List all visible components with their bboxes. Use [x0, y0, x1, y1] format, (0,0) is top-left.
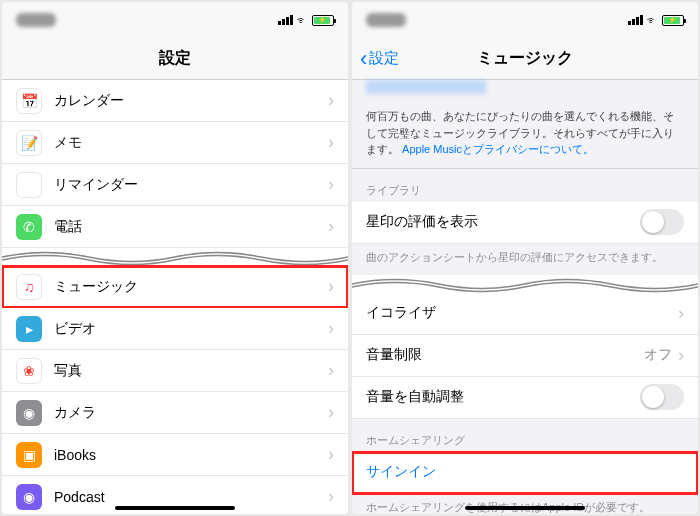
torn-edge: [352, 275, 698, 293]
signal-icon: [278, 15, 293, 25]
app-icon: ▣: [16, 442, 42, 468]
row-label: イコライザ: [366, 304, 678, 322]
app-icon: ≣: [16, 172, 42, 198]
row-label: 星印の評価を表示: [366, 213, 640, 231]
section-header-homeshare: ホームシェアリング: [352, 419, 698, 452]
equalizer-row[interactable]: イコライザ ›: [352, 293, 698, 335]
signin-row[interactable]: サインイン: [352, 452, 698, 494]
section-header-library: ライブラリ: [352, 169, 698, 202]
header: ‹ 設定 ミュージック: [352, 38, 698, 80]
app-icon: ❀: [16, 358, 42, 384]
status-bar: ᯤ ⚡: [2, 2, 348, 38]
row-label: 音量を自動調整: [366, 388, 640, 406]
footer-text: 曲のアクションシートから星印の評価にアクセスできます。: [352, 244, 698, 275]
chevron-left-icon: ‹: [360, 46, 367, 72]
app-icon: 📅: [16, 88, 42, 114]
app-icon: ✆: [16, 214, 42, 240]
privacy-link[interactable]: Apple Musicとプライバシーについて。: [402, 143, 594, 155]
settings-row[interactable]: ≣ リマインダー ›: [2, 164, 348, 206]
wifi-icon: ᯤ: [646, 13, 659, 28]
chevron-right-icon: ›: [328, 132, 334, 153]
row-label: iBooks: [54, 447, 328, 463]
settings-row[interactable]: ♫ ミュージック ›: [2, 266, 348, 308]
volume-limit-row[interactable]: 音量制限 オフ ›: [352, 335, 698, 377]
row-label: ミュージック: [54, 278, 328, 296]
chevron-right-icon: ›: [328, 402, 334, 423]
row-label: 電話: [54, 218, 328, 236]
settings-row[interactable]: ❀ 写真 ›: [2, 350, 348, 392]
row-label: 写真: [54, 362, 328, 380]
toggle-switch[interactable]: [640, 209, 684, 235]
toggle-switch[interactable]: [640, 384, 684, 410]
battery-icon: ⚡: [662, 15, 684, 26]
wifi-icon: ᯤ: [296, 13, 309, 28]
music-settings-screen: ᯤ ⚡ ‹ 設定 ミュージック 何百万もの曲、あなたにぴったりの曲を選んでくれる…: [352, 2, 698, 514]
torn-edge: [2, 248, 348, 266]
row-label: カレンダー: [54, 92, 328, 110]
settings-row[interactable]: ✆ 電話 ›: [2, 206, 348, 248]
row-label: 音量制限: [366, 346, 644, 364]
page-title: 設定: [159, 48, 191, 69]
app-icon: ♫: [16, 274, 42, 300]
chevron-right-icon: ›: [328, 444, 334, 465]
app-icon: ◉: [16, 400, 42, 426]
page-title: ミュージック: [477, 48, 573, 69]
volume-auto-row[interactable]: 音量を自動調整: [352, 377, 698, 419]
back-button[interactable]: ‹ 設定: [360, 46, 399, 72]
chevron-right-icon: ›: [328, 486, 334, 507]
chevron-right-icon: ›: [328, 90, 334, 111]
settings-row[interactable]: ▸ ビデオ ›: [2, 308, 348, 350]
back-label: 設定: [369, 49, 399, 68]
app-icon: 📝: [16, 130, 42, 156]
row-label: カメラ: [54, 404, 328, 422]
star-rating-row[interactable]: 星印の評価を表示: [352, 202, 698, 244]
row-label: Podcast: [54, 489, 328, 505]
blurred-link: [366, 80, 486, 94]
battery-icon: ⚡: [312, 15, 334, 26]
row-label: ビデオ: [54, 320, 328, 338]
app-icon: ▸: [16, 316, 42, 342]
row-label: リマインダー: [54, 176, 328, 194]
chevron-right-icon: ›: [328, 216, 334, 237]
settings-row[interactable]: ▣ iBooks ›: [2, 434, 348, 476]
status-right: ᯤ ⚡: [278, 13, 334, 28]
row-value: オフ: [644, 346, 672, 364]
chevron-right-icon: ›: [328, 318, 334, 339]
signal-icon: [628, 15, 643, 25]
status-right: ᯤ ⚡: [628, 13, 684, 28]
settings-screen: ᯤ ⚡ 設定 📅 カレンダー › 📝 メモ › ≣ リマインダー › ✆ 電話 …: [2, 2, 348, 514]
status-bar: ᯤ ⚡: [352, 2, 698, 38]
signin-label: サインイン: [366, 463, 684, 481]
chevron-right-icon: ›: [678, 345, 684, 366]
chevron-right-icon: ›: [328, 276, 334, 297]
info-text: 何百万もの曲、あなたにぴったりの曲を選んでくれる機能、そして完璧なミュージックラ…: [352, 98, 698, 169]
time-blur: [16, 13, 56, 27]
time-blur: [366, 13, 406, 27]
chevron-right-icon: ›: [328, 360, 334, 381]
settings-row[interactable]: ◉ カメラ ›: [2, 392, 348, 434]
settings-row[interactable]: 📅 カレンダー ›: [2, 80, 348, 122]
home-indicator: [465, 506, 585, 510]
chevron-right-icon: ›: [328, 174, 334, 195]
home-indicator: [115, 506, 235, 510]
settings-row[interactable]: 📝 メモ ›: [2, 122, 348, 164]
footer-text: ホームシェアリングを使用するにはApple IDが必要です。: [352, 494, 698, 514]
chevron-right-icon: ›: [678, 303, 684, 324]
row-label: メモ: [54, 134, 328, 152]
app-icon: ◉: [16, 484, 42, 510]
header: 設定: [2, 38, 348, 80]
